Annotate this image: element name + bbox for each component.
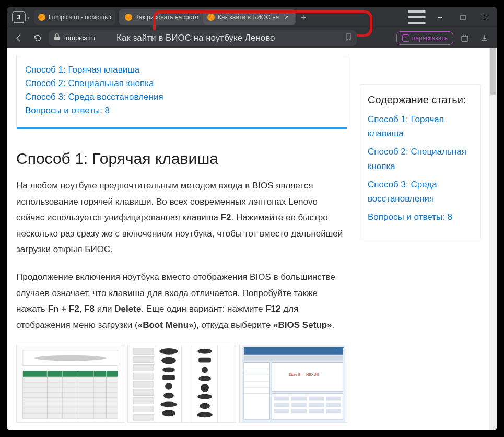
sidebar-toc-card: Содержание статьи: Способ 1: Горячая кла…: [360, 84, 481, 239]
toc-link[interactable]: Способ 3: Среда восстановления: [25, 92, 338, 102]
section-heading: Способ 1: Горячая клавиша: [16, 150, 347, 168]
close-tab-icon[interactable]: ×: [283, 13, 291, 21]
svg-rect-10: [23, 387, 118, 393]
svg-rect-30: [133, 415, 154, 421]
svg-rect-12: [23, 398, 118, 403]
browser-tab-0[interactable]: Lumpics.ru - помощь с ко: [34, 10, 115, 25]
svg-rect-22: [133, 348, 154, 355]
svg-point-35: [165, 383, 172, 390]
sidebar-toc-link[interactable]: Способ 1: Горячая клавиша: [368, 112, 473, 140]
svg-rect-66: [326, 397, 341, 401]
svg-rect-26: [133, 381, 154, 387]
extensions-icon[interactable]: [456, 30, 473, 46]
favicon-icon: [125, 14, 132, 21]
svg-rect-7: [23, 371, 118, 377]
sidebar-toc-link[interactable]: Вопросы и ответы: 8: [368, 210, 473, 224]
ad-banner[interactable]: Store B — NEXUS: [239, 345, 347, 423]
svg-rect-72: [291, 409, 307, 414]
svg-rect-71: [274, 409, 289, 414]
titlebar: 3 ▾ Lumpics.ru - помощь с ко Как рисоват…: [7, 7, 497, 28]
retell-button[interactable]: ❝ пересказать: [396, 31, 453, 45]
toc-link[interactable]: Способ 1: Горячая клавиша: [25, 65, 338, 75]
svg-rect-60: [272, 363, 343, 392]
svg-rect-23: [133, 357, 154, 363]
vertical-scrollbar[interactable]: [489, 48, 497, 430]
svg-rect-70: [326, 403, 341, 407]
address-bar: lumpics.ru Как зайти в БИОС на ноутбуке …: [7, 28, 497, 48]
svg-rect-29: [133, 406, 154, 412]
svg-point-32: [162, 357, 177, 364]
svg-rect-64: [291, 397, 307, 401]
article-paragraph: На любом ноутбуке предпочтительным метод…: [16, 178, 347, 258]
ad-row: ⓘ✕: [16, 345, 347, 423]
svg-point-5: [34, 355, 107, 361]
svg-point-43: [201, 384, 209, 392]
toc-link[interactable]: Вопросы и ответы: 8: [25, 105, 338, 116]
tab-title: Как рисовать на фото в B: [135, 14, 198, 21]
sidebar-toc-link[interactable]: Способ 2: Специальная кнопка: [368, 145, 473, 173]
svg-rect-28: [133, 398, 154, 404]
svg-rect-2: [462, 36, 468, 41]
ad-close-button[interactable]: ⓘ✕: [334, 346, 344, 353]
scrollbar-thumb[interactable]: [490, 48, 496, 95]
svg-point-46: [197, 412, 213, 418]
toc-link[interactable]: Способ 2: Специальная кнопка: [25, 78, 338, 89]
back-button[interactable]: [11, 30, 27, 46]
ad-banner[interactable]: [16, 345, 124, 423]
svg-rect-63: [274, 397, 289, 401]
svg-rect-14: [23, 408, 118, 414]
svg-rect-9: [23, 382, 118, 387]
svg-text:Store B — NEXUS: Store B — NEXUS: [288, 373, 319, 377]
retell-label: пересказать: [412, 34, 448, 42]
hamburger-menu-icon[interactable]: [405, 7, 428, 28]
page-title-overlay: Как зайти в БИОС на ноутбуке Леново: [116, 33, 275, 43]
svg-rect-69: [309, 403, 324, 407]
favicon-icon: [38, 14, 45, 21]
tab-title: Lumpics.ru - помощь с ко: [49, 14, 111, 21]
svg-rect-65: [309, 397, 324, 401]
tab-count-badge[interactable]: 3: [12, 11, 26, 23]
url-domain: lumpics.ru: [64, 34, 95, 42]
svg-rect-8: [23, 377, 118, 383]
svg-rect-11: [23, 393, 118, 398]
ad-banner[interactable]: [127, 345, 236, 423]
downloads-icon[interactable]: [476, 30, 493, 46]
svg-rect-27: [133, 389, 154, 396]
svg-rect-25: [133, 373, 154, 380]
svg-rect-1: [54, 37, 60, 40]
svg-rect-34: [162, 375, 175, 381]
svg-rect-15: [23, 414, 118, 419]
svg-point-41: [202, 367, 208, 373]
bookmark-icon[interactable]: [345, 33, 353, 42]
sidebar-toc-link[interactable]: Способ 3: Среда восстановления: [368, 178, 473, 206]
svg-point-36: [163, 393, 174, 399]
svg-rect-54: [244, 363, 269, 420]
maximize-button[interactable]: [451, 7, 474, 28]
reload-button[interactable]: [30, 30, 45, 46]
sidebar-toc-heading: Содержание статьи:: [368, 94, 473, 106]
svg-rect-52: [244, 347, 343, 355]
svg-rect-73: [309, 409, 324, 414]
svg-point-31: [160, 348, 179, 355]
svg-rect-0: [461, 15, 465, 20]
favicon-icon: [207, 14, 215, 21]
svg-point-44: [198, 394, 213, 399]
browser-tab-1[interactable]: Как рисовать на фото в B: [121, 10, 202, 25]
tab-count-chevron-icon[interactable]: ▾: [27, 15, 30, 20]
svg-rect-13: [23, 403, 118, 408]
url-input[interactable]: lumpics.ru Как зайти в БИОС на ноутбуке …: [49, 30, 357, 46]
article-paragraph: Продолжение включения ноутбука вместо от…: [16, 269, 347, 333]
new-tab-button[interactable]: ＋: [296, 12, 311, 23]
svg-point-42: [199, 376, 212, 382]
lock-icon: [54, 33, 60, 42]
minimize-button[interactable]: [428, 7, 451, 28]
svg-point-33: [162, 368, 175, 373]
table-of-contents-box: Способ 1: Горячая клавиша Способ 2: Спец…: [16, 55, 347, 128]
svg-rect-53: [244, 356, 343, 361]
browser-tab-2[interactable]: Как зайти в БИОС на н ×: [203, 10, 295, 25]
close-window-button[interactable]: [474, 7, 497, 28]
tab-title: Как зайти в БИОС на н: [218, 14, 280, 21]
svg-rect-68: [291, 403, 307, 407]
svg-rect-40: [199, 358, 212, 363]
svg-rect-74: [326, 409, 341, 414]
